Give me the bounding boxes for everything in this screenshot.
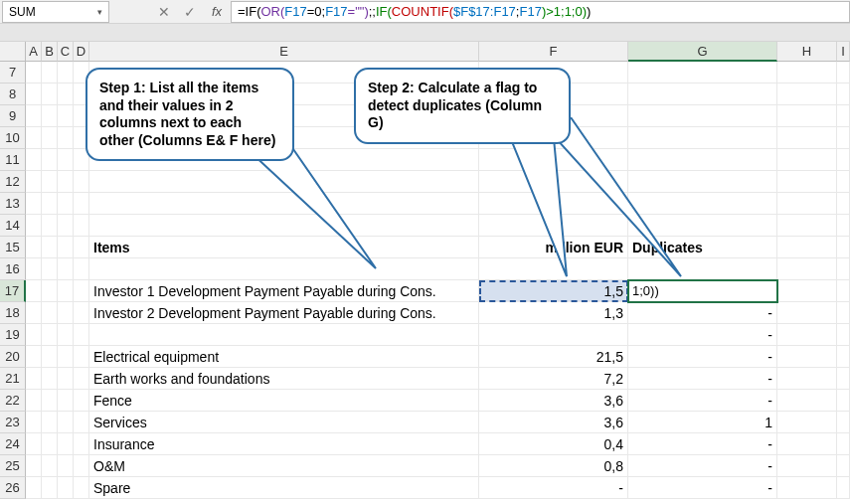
cell[interactable] [58,62,74,84]
header-duplicates[interactable]: Duplicates [628,237,777,258]
cell[interactable] [777,127,837,149]
cell[interactable] [42,346,58,368]
cell-val[interactable]: 21,5 [479,346,628,368]
row-header[interactable]: 26 [0,477,26,499]
cell[interactable] [74,433,89,455]
cell[interactable] [777,171,837,193]
row-header[interactable]: 13 [0,193,26,215]
cell[interactable] [74,477,89,499]
row-header[interactable]: 24 [0,433,26,455]
col-header-E[interactable]: E [89,42,479,62]
cell[interactable] [74,302,89,324]
cell[interactable] [777,84,837,105]
cell[interactable] [58,390,74,412]
col-header-D[interactable]: D [74,42,89,62]
row-header[interactable]: 7 [0,62,26,84]
cell[interactable] [777,280,837,302]
cell-val[interactable]: 3,6 [479,412,628,433]
cell[interactable] [42,412,58,433]
row-header[interactable]: 11 [0,149,26,171]
cell[interactable] [58,433,74,455]
row-header[interactable]: 21 [0,368,26,390]
cell[interactable] [74,280,89,302]
cell[interactable] [58,84,74,105]
cell[interactable] [74,215,89,237]
cell[interactable] [837,237,850,258]
cell[interactable] [42,433,58,455]
cell[interactable] [74,346,89,368]
cell[interactable] [777,477,837,499]
cell[interactable] [26,433,42,455]
cell[interactable] [26,477,42,499]
cell[interactable] [42,258,58,280]
row-header[interactable]: 8 [0,84,26,105]
cell[interactable] [26,171,42,193]
cell[interactable] [837,105,850,127]
row-header[interactable]: 19 [0,324,26,346]
cell[interactable] [777,433,837,455]
cell[interactable] [42,171,58,193]
cell[interactable] [42,280,58,302]
row-header[interactable]: 12 [0,171,26,193]
cell[interactable] [628,105,777,127]
cell[interactable] [58,105,74,127]
cell-val[interactable]: 7,2 [479,368,628,390]
col-header-I[interactable]: I [837,42,850,62]
cell[interactable] [42,302,58,324]
header-million-eur[interactable]: million EUR [479,237,628,258]
col-header-F[interactable]: F [479,42,628,62]
row-header[interactable]: 9 [0,105,26,127]
cell[interactable] [26,84,42,105]
cell-item[interactable] [89,324,479,346]
cell-val[interactable] [479,324,628,346]
cell[interactable] [479,193,628,215]
cell[interactable] [74,412,89,433]
cell[interactable] [837,215,850,237]
row-header[interactable]: 14 [0,215,26,237]
cell[interactable] [628,84,777,105]
cell[interactable] [837,455,850,477]
cell[interactable] [26,215,42,237]
cell[interactable] [837,62,850,84]
cell[interactable] [58,149,74,171]
cell-item[interactable]: Fence [89,390,479,412]
cell[interactable] [837,84,850,105]
name-box-dropdown-icon[interactable]: ▾ [97,7,102,17]
cell[interactable] [777,105,837,127]
cell[interactable] [777,193,837,215]
cell[interactable] [777,455,837,477]
cell[interactable] [42,84,58,105]
row-header[interactable]: 20 [0,346,26,368]
cell-dup[interactable]: - [628,477,777,499]
cell-item[interactable]: Investor 1 Development Payment Payable d… [89,280,479,302]
cell-dup[interactable]: - [628,433,777,455]
cell[interactable] [837,171,850,193]
cell[interactable] [58,258,74,280]
cell[interactable] [58,215,74,237]
cell[interactable] [42,455,58,477]
col-header-C[interactable]: C [58,42,74,62]
cell[interactable] [479,171,628,193]
cell-item[interactable]: O&M [89,455,479,477]
cell[interactable] [479,215,628,237]
enter-formula-button[interactable]: ✓ [177,1,203,23]
cell[interactable] [74,258,89,280]
cell[interactable] [42,105,58,127]
cell[interactable] [74,237,89,258]
cell-G17-editing[interactable]: 1;0)) [628,280,777,302]
cell[interactable] [89,193,479,215]
cell[interactable] [777,390,837,412]
cell-item[interactable]: Earth works and foundations [89,368,479,390]
row-header[interactable]: 16 [0,258,26,280]
cell[interactable] [89,258,479,280]
cell[interactable] [42,127,58,149]
cell[interactable] [26,368,42,390]
cell[interactable] [777,62,837,84]
cell[interactable] [42,477,58,499]
row-header[interactable]: 10 [0,127,26,149]
select-all-corner[interactable] [0,42,26,62]
cell[interactable] [42,149,58,171]
cell[interactable] [777,258,837,280]
cell[interactable] [837,280,850,302]
cell[interactable] [58,455,74,477]
